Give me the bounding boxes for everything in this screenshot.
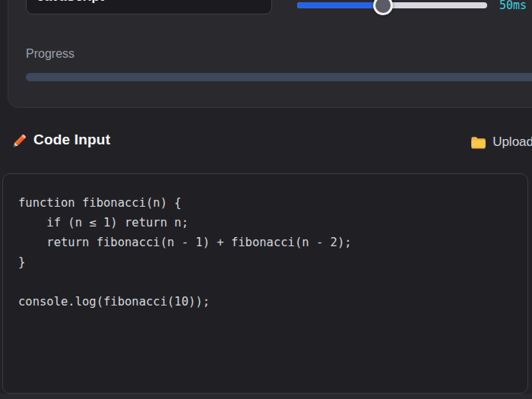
language-select-value: JavaScript bbox=[37, 0, 104, 5]
code-section-header: Code Input Upload bbox=[0, 129, 532, 157]
progress-label: Progress bbox=[26, 47, 74, 61]
slider-thumb[interactable] bbox=[373, 0, 393, 15]
code-text: function fibonacci(n) { if (n ≤ 1) retur… bbox=[3, 174, 527, 331]
code-input-title: Code Input bbox=[33, 131, 110, 148]
pencil-icon bbox=[10, 132, 28, 150]
folder-icon bbox=[470, 135, 486, 149]
language-select[interactable]: JavaScript bbox=[26, 0, 272, 14]
code-input-textarea[interactable]: function fibonacci(n) { if (n ≤ 1) retur… bbox=[2, 173, 528, 394]
typing-speed-value: 50ms bbox=[499, 0, 527, 12]
slider-fill bbox=[297, 2, 383, 8]
upload-button-label: Upload bbox=[492, 135, 532, 150]
typing-speed-slider[interactable] bbox=[297, 0, 487, 15]
settings-card: JavaScript Typing Speed 50ms Progress bbox=[8, 0, 532, 108]
upload-button[interactable]: Upload bbox=[470, 132, 532, 152]
app-window: JavaScript Typing Speed 50ms Progress bbox=[0, 0, 532, 399]
progress-bar bbox=[26, 73, 532, 81]
chevron-down-icon bbox=[247, 0, 261, 4]
next-section-edge bbox=[0, 394, 532, 399]
